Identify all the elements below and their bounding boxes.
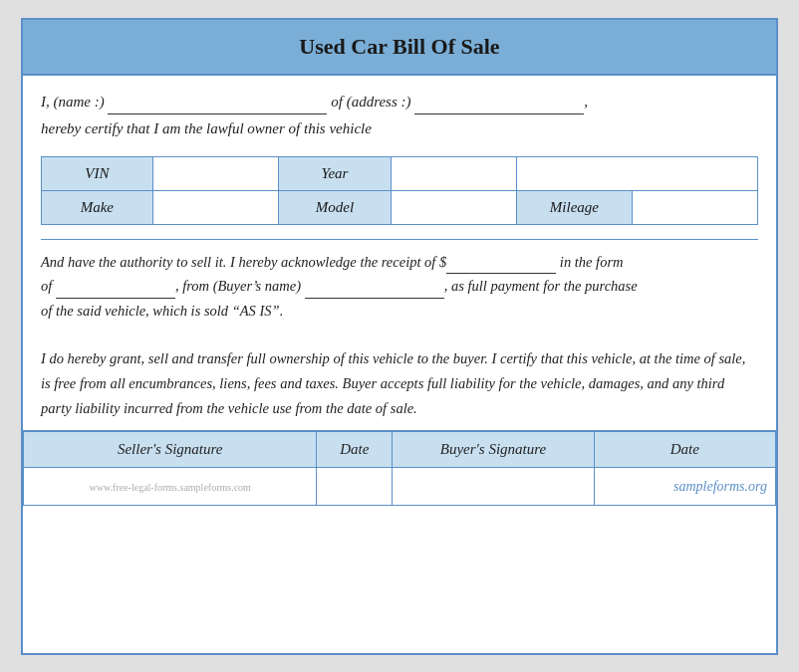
vehicle-info-table: VIN Year Make Model Mileage	[41, 156, 758, 225]
title-bar: Used Car Bill Of Sale	[23, 20, 776, 76]
intro-name-prefix: I, (name :)	[41, 94, 105, 110]
model-label: Model	[278, 190, 391, 224]
mileage-label: Mileage	[517, 190, 633, 224]
signature-values-row: www.free-legal-forms.sampleforms.com sam…	[24, 468, 776, 506]
address-field[interactable]	[414, 97, 584, 114]
intro-line-1: I, (name :) of (address :) ,	[41, 90, 758, 115]
vehicle-row-2: Make Model Mileage	[42, 190, 758, 224]
intro-line-2: hereby certify that I am the lawful owne…	[41, 116, 758, 142]
year-label: Year	[278, 156, 391, 190]
watermark-text: www.free-legal-forms.sampleforms.com	[90, 482, 251, 493]
seller-signature-value[interactable]: www.free-legal-forms.sampleforms.com	[24, 468, 317, 506]
buyer-name-field[interactable]	[305, 281, 444, 299]
buyer-signature-value[interactable]	[393, 468, 595, 506]
ownership-section: I do hereby grant, sell and transfer ful…	[41, 336, 758, 430]
date2-value[interactable]: sampleforms.org	[594, 468, 775, 506]
vehicle-row-1: VIN Year	[42, 156, 758, 190]
make-value[interactable]	[152, 190, 278, 224]
model-value[interactable]	[391, 190, 516, 224]
intro-address-prefix: of (address :)	[331, 94, 410, 110]
signature-labels-row: Seller's Signature Date Buyer's Signatur…	[24, 432, 776, 468]
authority-section: And have the authority to sell it. I her…	[41, 239, 758, 328]
intro-section: I, (name :) of (address :) , hereby cert…	[41, 90, 758, 142]
authority-text: And have the authority to sell it. I her…	[41, 250, 758, 324]
year-value[interactable]	[391, 156, 516, 190]
ownership-text: I do hereby grant, sell and transfer ful…	[41, 346, 758, 420]
seller-signature-label: Seller's Signature	[24, 432, 317, 468]
signature-table: Seller's Signature Date Buyer's Signatur…	[23, 431, 776, 506]
make-label: Make	[42, 190, 153, 224]
document-title: Used Car Bill Of Sale	[299, 34, 499, 59]
document-body: I, (name :) of (address :) , hereby cert…	[23, 76, 776, 431]
date1-label: Date	[317, 432, 393, 468]
buyer-signature-label: Buyer's Signature	[393, 432, 595, 468]
vin-label: VIN	[42, 156, 153, 190]
date1-value[interactable]	[317, 468, 393, 506]
vin-value[interactable]	[152, 156, 278, 190]
amount-field[interactable]	[446, 256, 556, 274]
sampleforms-branding: sampleforms.org	[673, 479, 767, 494]
mileage-value[interactable]	[632, 190, 757, 224]
form-of-payment-field[interactable]	[56, 281, 175, 299]
document-container: Used Car Bill Of Sale I, (name :) of (ad…	[21, 18, 778, 655]
date2-label: Date	[594, 432, 775, 468]
name-field[interactable]	[108, 97, 327, 114]
